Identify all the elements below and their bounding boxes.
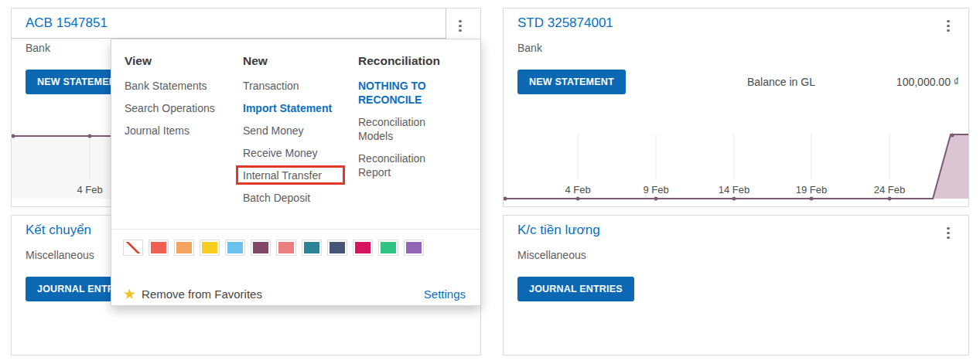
favorite-label: Remove from Favorites: [142, 287, 262, 301]
journal-type-label: Miscellaneous: [517, 249, 586, 261]
color-swatch-fill: [202, 242, 217, 253]
annotation-red-box: [236, 165, 345, 185]
color-swatch[interactable]: [174, 240, 194, 256]
journal-title-link[interactable]: K/c tiền lương: [517, 223, 600, 238]
color-swatch-none[interactable]: [123, 240, 143, 256]
kebab-menu-icon[interactable]: [944, 223, 953, 243]
chart-tick-label: 14 Feb: [719, 184, 750, 196]
balance-row: Balance in GL 100,000.00 ₫: [747, 76, 959, 88]
color-swatch-fill: [253, 242, 268, 253]
color-swatch-fill: [381, 242, 396, 253]
color-swatch-fill: [304, 242, 319, 253]
menu-item-nothing-to-reconcile[interactable]: NOTHING TO RECONCILE: [358, 79, 457, 107]
journal-type-label: Bank: [26, 42, 50, 54]
color-swatch-fill: [125, 242, 141, 253]
color-swatch[interactable]: [353, 240, 373, 256]
chart-tick-label: 4 Feb: [565, 184, 590, 196]
dropdown-column-reconciliation: ReconciliationNOTHING TO RECONCILEReconc…: [358, 53, 457, 213]
color-swatch[interactable]: [276, 240, 296, 256]
color-swatch[interactable]: [149, 240, 169, 256]
menu-item-send-money[interactable]: Send Money: [243, 124, 307, 138]
color-swatches: [123, 240, 424, 256]
menu-item-reconciliation-report[interactable]: Reconciliation Report: [358, 151, 457, 179]
menu-item-batch-deposit[interactable]: Batch Deposit: [243, 191, 313, 205]
color-swatch[interactable]: [251, 240, 271, 256]
dropdown-columns: ViewBank StatementsSearch OperationsJour…: [125, 53, 467, 213]
chart-tick-labels: 4 Feb9 Feb14 Feb19 Feb24 Feb: [565, 184, 905, 196]
journal-entries-button[interactable]: JOURNAL ENTRIES: [517, 277, 634, 301]
color-swatch-fill: [227, 242, 243, 253]
settings-link[interactable]: Settings: [424, 287, 466, 301]
color-swatch-fill: [176, 242, 192, 253]
color-swatch[interactable]: [327, 240, 347, 256]
chart-tick-label: 9 Feb: [643, 184, 668, 196]
color-swatch-fill: [278, 242, 294, 253]
dropdown-footer: ★ Remove from Favorites Settings: [123, 282, 466, 305]
color-swatch-fill: [355, 242, 370, 253]
kebab-menu-icon[interactable]: [456, 16, 465, 36]
journal-card-kc-tien-luong: K/c tiền lương Miscellaneous JOURNAL ENT…: [503, 215, 969, 355]
chart-tick-label: 4 Feb: [77, 184, 102, 196]
balance-in-gl-label: Balance in GL: [747, 76, 815, 88]
accounting-dashboard: ACB 1547851 Bank NEW STATEMENT 4 Fe: [0, 0, 980, 364]
journal-type-label: Bank: [517, 42, 542, 54]
journal-title-link[interactable]: STD 325874001: [517, 15, 613, 31]
menu-item-internal-transfer[interactable]: Internal Transfer: [243, 168, 325, 182]
menu-item-search-operations[interactable]: Search Operations: [125, 101, 218, 115]
chart-gridlines: [578, 134, 890, 180]
menu-item-bank-statements[interactable]: Bank Statements: [125, 79, 210, 93]
journal-type-label: Miscellaneous: [26, 249, 94, 261]
journal-title-link[interactable]: ACB 1547851: [26, 15, 108, 31]
dropdown-column-header: New: [243, 53, 358, 68]
journal-card-std: STD 325874001 Bank NEW STATEMENT Balance…: [503, 8, 969, 207]
star-icon: ★: [123, 287, 136, 301]
menu-item-import-statement[interactable]: Import Statement: [243, 101, 335, 115]
color-swatch[interactable]: [302, 240, 322, 256]
dropdown-column-header: View: [125, 53, 243, 68]
new-statement-button[interactable]: NEW STATEMENT: [517, 70, 626, 94]
color-swatch[interactable]: [378, 240, 398, 256]
dropdown-divider: [111, 229, 480, 230]
menu-item-receive-money[interactable]: Receive Money: [243, 146, 321, 160]
journal-card-dropdown-menu: ViewBank StatementsSearch OperationsJour…: [111, 39, 481, 306]
kebab-menu-icon[interactable]: [944, 16, 953, 36]
color-swatch-fill: [151, 242, 166, 253]
balance-in-gl-value: 100,000.00 ₫: [896, 76, 959, 88]
menu-item-journal-items[interactable]: Journal Items: [125, 124, 193, 138]
chart-tick-label: 19 Feb: [796, 184, 827, 196]
color-swatch[interactable]: [225, 240, 245, 256]
chart-tick-label: 24 Feb: [874, 184, 905, 196]
dropdown-column-view: ViewBank StatementsSearch OperationsJour…: [125, 53, 243, 213]
remove-from-favorites[interactable]: ★ Remove from Favorites: [123, 287, 262, 301]
color-swatch-fill: [330, 242, 345, 253]
journal-title-link[interactable]: Kết chuyển: [26, 223, 91, 238]
dropdown-column-header: Reconciliation: [358, 53, 457, 68]
color-swatch[interactable]: [404, 240, 424, 256]
balance-chart: 4 Feb9 Feb14 Feb19 Feb24 Feb: [504, 126, 968, 207]
color-swatch[interactable]: [200, 240, 220, 256]
menu-item-transaction[interactable]: Transaction: [243, 79, 302, 93]
dropdown-column-new: NewTransactionImport StatementSend Money…: [243, 53, 358, 213]
color-swatch-fill: [406, 242, 422, 253]
menu-item-reconciliation-models[interactable]: Reconciliation Models: [358, 115, 457, 143]
